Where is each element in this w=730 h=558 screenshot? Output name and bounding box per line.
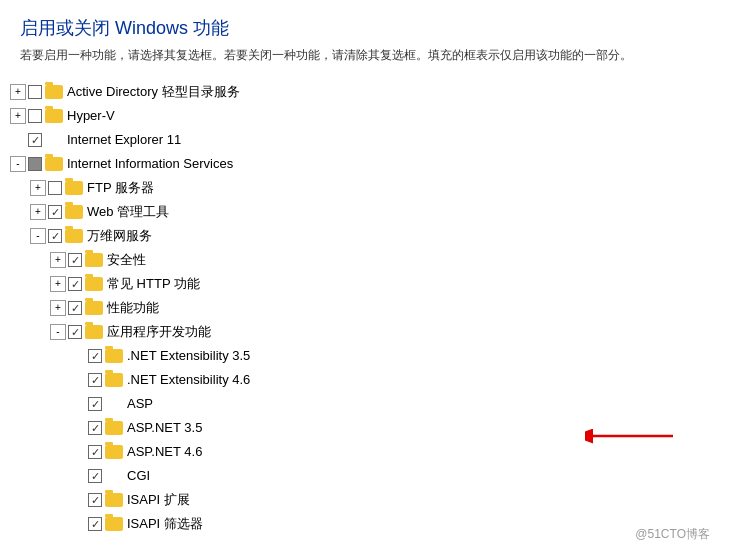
tree-item[interactable]: ASP — [10, 392, 720, 416]
feature-checkbox[interactable] — [68, 253, 82, 267]
feature-checkbox[interactable] — [88, 517, 102, 531]
tree-expander — [70, 420, 86, 436]
tree-expander[interactable]: + — [50, 276, 66, 292]
feature-checkbox[interactable] — [88, 445, 102, 459]
red-arrow — [585, 422, 675, 450]
folder-icon — [45, 157, 63, 171]
tree-item[interactable]: +安全性 — [10, 248, 720, 272]
feature-label: ISAPI 筛选器 — [127, 514, 203, 532]
feature-label: ISAPI 扩展 — [127, 490, 190, 510]
feature-checkbox[interactable] — [88, 373, 102, 387]
tree-expander — [70, 348, 86, 364]
folder-icon — [105, 349, 123, 363]
folder-icon — [105, 373, 123, 387]
feature-checkbox[interactable] — [88, 421, 102, 435]
tree-expander[interactable]: + — [30, 180, 46, 196]
tree-expander[interactable]: + — [30, 204, 46, 220]
tree-expander[interactable]: + — [50, 252, 66, 268]
title-bar: 启用或关闭 Windows 功能 若要启用一种功能，请选择其复选框。若要关闭一种… — [0, 0, 730, 72]
dialog-subtitle: 若要启用一种功能，请选择其复选框。若要关闭一种功能，请清除其复选框。填充的框表示… — [20, 46, 710, 64]
folder-icon — [65, 181, 83, 195]
tree-expander — [10, 132, 26, 148]
tree-item[interactable]: +Web 管理工具 — [10, 200, 720, 224]
tree-item[interactable]: Internet Explorer 11 — [10, 128, 720, 152]
feature-label: ASP — [127, 394, 153, 414]
tree-expander — [70, 444, 86, 460]
tree-expander — [70, 468, 86, 484]
feature-label: Hyper-V — [67, 106, 115, 126]
tree-item[interactable]: +FTP 服务器 — [10, 176, 720, 200]
feature-checkbox[interactable] — [88, 349, 102, 363]
feature-checkbox[interactable] — [88, 397, 102, 411]
folder-icon — [105, 493, 123, 507]
folder-icon — [45, 85, 63, 99]
tree-expander[interactable]: - — [50, 324, 66, 340]
tree-item[interactable]: .NET Extensibility 3.5 — [10, 344, 720, 368]
feature-checkbox[interactable] — [28, 85, 42, 99]
folder-icon — [65, 205, 83, 219]
folder-icon — [105, 421, 123, 435]
tree-expander[interactable]: - — [10, 156, 26, 172]
feature-label: 常见 HTTP 功能 — [107, 274, 200, 294]
tree-item[interactable]: CGI — [10, 464, 720, 488]
tree-expander — [70, 372, 86, 388]
folder-icon — [85, 253, 103, 267]
watermark: @51CTO博客 — [635, 526, 710, 543]
feature-checkbox[interactable] — [28, 109, 42, 123]
feature-label: ASP.NET 3.5 — [127, 418, 202, 438]
tree-item[interactable]: ISAPI 筛选器 — [10, 512, 720, 532]
feature-label: 万维网服务 — [87, 226, 152, 246]
feature-checkbox[interactable] — [88, 493, 102, 507]
folder-icon — [85, 277, 103, 291]
folder-icon — [85, 301, 103, 315]
feature-label: Web 管理工具 — [87, 202, 169, 222]
tree-item[interactable]: ISAPI 扩展 — [10, 488, 720, 512]
tree-item[interactable]: +性能功能 — [10, 296, 720, 320]
tree-expander — [70, 516, 86, 532]
feature-label: .NET Extensibility 3.5 — [127, 346, 250, 366]
tree-item[interactable]: -Internet Information Services — [10, 152, 720, 176]
feature-checkbox[interactable] — [68, 301, 82, 315]
feature-label: FTP 服务器 — [87, 178, 154, 198]
feature-label: Internet Information Services — [67, 154, 233, 174]
tree-item[interactable]: +Active Directory 轻型目录服务 — [10, 80, 720, 104]
feature-label: 应用程序开发功能 — [107, 322, 211, 342]
feature-checkbox[interactable] — [68, 325, 82, 339]
folder-icon — [45, 109, 63, 123]
tree-item[interactable]: +Hyper-V — [10, 104, 720, 128]
tree-item[interactable]: -万维网服务 — [10, 224, 720, 248]
windows-features-dialog: 启用或关闭 Windows 功能 若要启用一种功能，请选择其复选框。若要关闭一种… — [0, 0, 730, 558]
features-tree[interactable]: +Active Directory 轻型目录服务+Hyper-VInternet… — [0, 72, 730, 532]
folder-icon — [65, 229, 83, 243]
feature-checkbox[interactable] — [48, 205, 62, 219]
feature-label: 性能功能 — [107, 298, 159, 318]
feature-checkbox[interactable] — [88, 469, 102, 483]
feature-checkbox[interactable] — [68, 277, 82, 291]
feature-checkbox[interactable] — [28, 157, 42, 171]
folder-icon — [105, 517, 123, 531]
tree-item[interactable]: .NET Extensibility 4.6 — [10, 368, 720, 392]
folder-icon — [85, 325, 103, 339]
feature-label: ASP.NET 4.6 — [127, 442, 202, 462]
feature-label: .NET Extensibility 4.6 — [127, 370, 250, 390]
tree-expander — [70, 396, 86, 412]
tree-expander[interactable]: + — [10, 84, 26, 100]
tree-expander — [70, 492, 86, 508]
feature-label: CGI — [127, 466, 150, 486]
tree-item[interactable]: -应用程序开发功能 — [10, 320, 720, 344]
feature-label: Internet Explorer 11 — [67, 130, 181, 150]
tree-item[interactable]: +常见 HTTP 功能 — [10, 272, 720, 296]
tree-expander[interactable]: + — [50, 300, 66, 316]
tree-expander[interactable]: + — [10, 108, 26, 124]
dialog-title: 启用或关闭 Windows 功能 — [20, 16, 710, 40]
folder-icon — [105, 445, 123, 459]
feature-checkbox[interactable] — [48, 181, 62, 195]
feature-label: Active Directory 轻型目录服务 — [67, 82, 240, 102]
tree-expander[interactable]: - — [30, 228, 46, 244]
feature-label: 安全性 — [107, 250, 146, 270]
feature-checkbox[interactable] — [28, 133, 42, 147]
feature-checkbox[interactable] — [48, 229, 62, 243]
